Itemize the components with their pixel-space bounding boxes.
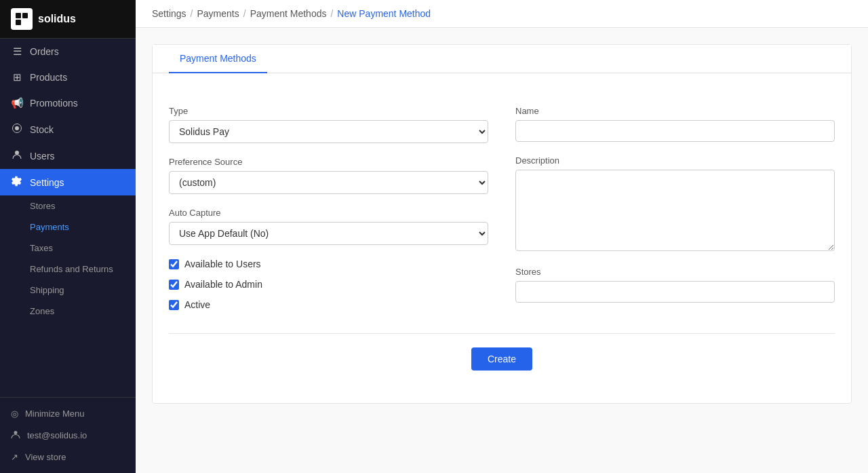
sidebar-label-orders: Orders (30, 46, 59, 57)
logo-icon (11, 8, 33, 30)
form-right: Name Description Stores (515, 106, 835, 320)
sidebar: solidus ☰ Orders ⊞ Products 📢 Promotions… (0, 0, 136, 473)
tabs-bar: Payment Methods (153, 45, 851, 73)
sidebar-label-products: Products (30, 72, 67, 83)
orders-icon: ☰ (11, 45, 23, 58)
subnav-item-shipping[interactable]: Shipping (0, 280, 136, 301)
svg-rect-0 (16, 13, 21, 18)
auto-capture-select[interactable]: Use App Default (No) (169, 222, 488, 245)
preference-source-label: Preference Source (169, 157, 488, 167)
name-input[interactable] (515, 120, 835, 142)
logo: solidus (0, 0, 136, 39)
main-content: Settings / Payments / Payment Methods / … (136, 0, 868, 473)
type-select[interactable]: Solidus Pay (169, 120, 488, 143)
available-to-users-group: Available to Users (169, 259, 488, 269)
user-email: test@solidus.io (27, 430, 87, 440)
svg-point-5 (15, 151, 19, 155)
breadcrumb-sep-1: / (191, 8, 193, 19)
type-group: Type Solidus Pay (169, 106, 488, 143)
available-to-users-label: Available to Users (184, 259, 261, 269)
stores-input[interactable] (515, 281, 835, 303)
subnav-item-stores[interactable]: Stores (0, 195, 136, 216)
logo-text: solidus (38, 13, 76, 25)
settings-icon (11, 176, 23, 189)
active-group: Active (169, 299, 488, 310)
available-to-users-checkbox[interactable] (169, 259, 179, 269)
name-group: Name (515, 106, 835, 142)
description-label: Description (515, 155, 835, 166)
breadcrumb-payments[interactable]: Payments (197, 8, 239, 19)
sidebar-item-settings[interactable]: Settings (0, 169, 136, 195)
active-checkbox[interactable] (169, 300, 179, 310)
user-icon (11, 430, 20, 441)
view-store-button[interactable]: ↗ View store (0, 447, 136, 468)
minimize-icon: ◎ (11, 409, 18, 419)
sidebar-bottom: ◎ Minimize Menu test@solidus.io ↗ View s… (0, 397, 136, 473)
view-store-label: View store (25, 452, 66, 462)
form-footer: Create (169, 333, 835, 371)
breadcrumb-settings[interactable]: Settings (152, 8, 186, 19)
content-area: Payment Methods Type Solidus Pay Prefere (136, 28, 868, 473)
create-button[interactable]: Create (471, 347, 532, 371)
products-icon: ⊞ (11, 71, 23, 83)
svg-point-6 (14, 431, 18, 434)
sidebar-label-stock: Stock (30, 124, 54, 135)
tab-payment-methods[interactable]: Payment Methods (169, 45, 267, 73)
stores-label: Stores (515, 267, 835, 277)
breadcrumb-sep-2: / (243, 8, 246, 19)
sidebar-item-users[interactable]: Users (0, 143, 136, 169)
stores-group: Stores (515, 267, 835, 303)
breadcrumb-payment-methods[interactable]: Payment Methods (250, 8, 327, 19)
stock-icon (11, 123, 23, 136)
svg-rect-2 (16, 20, 21, 25)
subnav-item-taxes[interactable]: Taxes (0, 238, 136, 259)
available-to-admin-label: Available to Admin (184, 279, 262, 290)
preference-source-group: Preference Source (custom) (169, 157, 488, 194)
content-card: Payment Methods Type Solidus Pay Prefere (152, 44, 852, 404)
minimize-label: Minimize Menu (25, 409, 84, 419)
sidebar-nav: ☰ Orders ⊞ Products 📢 Promotions Stock (0, 39, 136, 397)
sidebar-label-promotions: Promotions (30, 98, 78, 109)
available-to-admin-checkbox[interactable] (169, 280, 179, 290)
sidebar-item-products[interactable]: ⊞ Products (0, 64, 136, 90)
svg-point-3 (15, 126, 19, 130)
sidebar-item-orders[interactable]: ☰ Orders (0, 39, 136, 64)
sidebar-label-settings: Settings (30, 177, 64, 188)
sidebar-label-users: Users (30, 151, 55, 162)
subnav-item-payments[interactable]: Payments (0, 216, 136, 238)
description-group: Description (515, 155, 835, 253)
type-label: Type (169, 106, 488, 116)
active-label: Active (184, 299, 210, 310)
sidebar-item-stock[interactable]: Stock (0, 116, 136, 143)
form-grid: Type Solidus Pay Preference Source (cust… (169, 106, 835, 320)
promotions-icon: 📢 (11, 97, 23, 109)
breadcrumb: Settings / Payments / Payment Methods / … (152, 8, 431, 19)
auto-capture-group: Auto Capture Use App Default (No) (169, 208, 488, 245)
minimize-menu-button[interactable]: ◎ Minimize Menu (0, 403, 136, 424)
breadcrumb-new-payment-method: New Payment Method (337, 8, 431, 19)
topbar: Settings / Payments / Payment Methods / … (136, 0, 868, 28)
users-icon (11, 149, 23, 162)
subnav-item-zones[interactable]: Zones (0, 301, 136, 322)
svg-rect-1 (22, 13, 28, 18)
form-body: Type Solidus Pay Preference Source (cust… (169, 90, 835, 387)
user-account-button[interactable]: test@solidus.io (0, 424, 136, 447)
external-link-icon: ↗ (11, 452, 18, 462)
available-to-admin-group: Available to Admin (169, 279, 488, 290)
form-left: Type Solidus Pay Preference Source (cust… (169, 106, 488, 320)
subnav-item-refunds[interactable]: Refunds and Returns (0, 259, 136, 280)
preference-source-select[interactable]: (custom) (169, 171, 488, 194)
name-label: Name (515, 106, 835, 116)
auto-capture-label: Auto Capture (169, 208, 488, 218)
description-textarea[interactable] (515, 170, 835, 251)
sidebar-subnav: Stores Payments Taxes Refunds and Return… (0, 195, 136, 322)
sidebar-item-promotions[interactable]: 📢 Promotions (0, 90, 136, 116)
breadcrumb-sep-3: / (330, 8, 333, 19)
